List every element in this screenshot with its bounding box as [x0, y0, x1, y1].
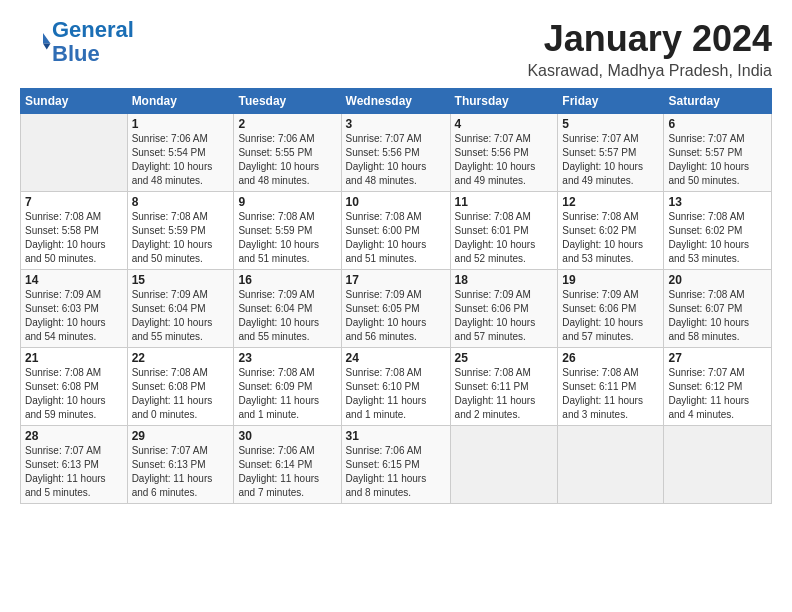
- calendar-header-row: Sunday Monday Tuesday Wednesday Thursday…: [21, 89, 772, 114]
- calendar-cell: 2Sunrise: 7:06 AM Sunset: 5:55 PM Daylig…: [234, 114, 341, 192]
- day-number: 10: [346, 195, 446, 209]
- day-number: 12: [562, 195, 659, 209]
- calendar-cell: 3Sunrise: 7:07 AM Sunset: 5:56 PM Daylig…: [341, 114, 450, 192]
- day-number: 22: [132, 351, 230, 365]
- day-info: Sunrise: 7:08 AM Sunset: 6:08 PM Dayligh…: [132, 366, 230, 422]
- calendar-cell: 5Sunrise: 7:07 AM Sunset: 5:57 PM Daylig…: [558, 114, 664, 192]
- logo-blue: Blue: [52, 42, 134, 66]
- calendar-cell: 22Sunrise: 7:08 AM Sunset: 6:08 PM Dayli…: [127, 348, 234, 426]
- location: Kasrawad, Madhya Pradesh, India: [527, 62, 772, 80]
- calendar-cell: 7Sunrise: 7:08 AM Sunset: 5:58 PM Daylig…: [21, 192, 128, 270]
- logo-text: General Blue: [52, 18, 134, 66]
- calendar-cell: 18Sunrise: 7:09 AM Sunset: 6:06 PM Dayli…: [450, 270, 558, 348]
- calendar: Sunday Monday Tuesday Wednesday Thursday…: [20, 88, 772, 504]
- calendar-cell: 15Sunrise: 7:09 AM Sunset: 6:04 PM Dayli…: [127, 270, 234, 348]
- day-info: Sunrise: 7:07 AM Sunset: 5:57 PM Dayligh…: [562, 132, 659, 188]
- title-block: January 2024 Kasrawad, Madhya Pradesh, I…: [527, 18, 772, 80]
- calendar-cell: 29Sunrise: 7:07 AM Sunset: 6:13 PM Dayli…: [127, 426, 234, 504]
- calendar-cell: 10Sunrise: 7:08 AM Sunset: 6:00 PM Dayli…: [341, 192, 450, 270]
- day-number: 8: [132, 195, 230, 209]
- calendar-cell: 14Sunrise: 7:09 AM Sunset: 6:03 PM Dayli…: [21, 270, 128, 348]
- logo-general: General: [52, 17, 134, 42]
- calendar-cell: 11Sunrise: 7:08 AM Sunset: 6:01 PM Dayli…: [450, 192, 558, 270]
- day-info: Sunrise: 7:08 AM Sunset: 6:00 PM Dayligh…: [346, 210, 446, 266]
- calendar-cell: 19Sunrise: 7:09 AM Sunset: 6:06 PM Dayli…: [558, 270, 664, 348]
- day-info: Sunrise: 7:06 AM Sunset: 6:15 PM Dayligh…: [346, 444, 446, 500]
- month-year: January 2024: [527, 18, 772, 60]
- day-number: 28: [25, 429, 123, 443]
- day-info: Sunrise: 7:08 AM Sunset: 5:58 PM Dayligh…: [25, 210, 123, 266]
- day-info: Sunrise: 7:07 AM Sunset: 5:57 PM Dayligh…: [668, 132, 767, 188]
- day-number: 7: [25, 195, 123, 209]
- svg-marker-1: [43, 44, 51, 50]
- day-number: 21: [25, 351, 123, 365]
- day-info: Sunrise: 7:07 AM Sunset: 6:12 PM Dayligh…: [668, 366, 767, 422]
- col-sunday: Sunday: [21, 89, 128, 114]
- day-number: 9: [238, 195, 336, 209]
- calendar-cell: 8Sunrise: 7:08 AM Sunset: 5:59 PM Daylig…: [127, 192, 234, 270]
- calendar-cell: 4Sunrise: 7:07 AM Sunset: 5:56 PM Daylig…: [450, 114, 558, 192]
- calendar-cell: 16Sunrise: 7:09 AM Sunset: 6:04 PM Dayli…: [234, 270, 341, 348]
- day-number: 1: [132, 117, 230, 131]
- day-info: Sunrise: 7:09 AM Sunset: 6:06 PM Dayligh…: [562, 288, 659, 344]
- calendar-cell: 13Sunrise: 7:08 AM Sunset: 6:02 PM Dayli…: [664, 192, 772, 270]
- calendar-week-3: 14Sunrise: 7:09 AM Sunset: 6:03 PM Dayli…: [21, 270, 772, 348]
- day-info: Sunrise: 7:08 AM Sunset: 6:11 PM Dayligh…: [562, 366, 659, 422]
- day-info: Sunrise: 7:09 AM Sunset: 6:04 PM Dayligh…: [132, 288, 230, 344]
- col-wednesday: Wednesday: [341, 89, 450, 114]
- calendar-cell: 30Sunrise: 7:06 AM Sunset: 6:14 PM Dayli…: [234, 426, 341, 504]
- day-info: Sunrise: 7:06 AM Sunset: 5:55 PM Dayligh…: [238, 132, 336, 188]
- day-number: 30: [238, 429, 336, 443]
- day-info: Sunrise: 7:07 AM Sunset: 5:56 PM Dayligh…: [346, 132, 446, 188]
- header: General Blue January 2024 Kasrawad, Madh…: [20, 18, 772, 80]
- day-info: Sunrise: 7:08 AM Sunset: 6:08 PM Dayligh…: [25, 366, 123, 422]
- day-number: 5: [562, 117, 659, 131]
- day-info: Sunrise: 7:08 AM Sunset: 6:02 PM Dayligh…: [668, 210, 767, 266]
- page: General Blue January 2024 Kasrawad, Madh…: [0, 0, 792, 514]
- day-number: 13: [668, 195, 767, 209]
- day-number: 25: [455, 351, 554, 365]
- calendar-week-4: 21Sunrise: 7:08 AM Sunset: 6:08 PM Dayli…: [21, 348, 772, 426]
- calendar-cell: 9Sunrise: 7:08 AM Sunset: 5:59 PM Daylig…: [234, 192, 341, 270]
- day-number: 4: [455, 117, 554, 131]
- calendar-week-1: 1Sunrise: 7:06 AM Sunset: 5:54 PM Daylig…: [21, 114, 772, 192]
- calendar-cell: 20Sunrise: 7:08 AM Sunset: 6:07 PM Dayli…: [664, 270, 772, 348]
- day-info: Sunrise: 7:06 AM Sunset: 6:14 PM Dayligh…: [238, 444, 336, 500]
- day-number: 23: [238, 351, 336, 365]
- logo-icon: [22, 27, 52, 57]
- day-info: Sunrise: 7:09 AM Sunset: 6:03 PM Dayligh…: [25, 288, 123, 344]
- day-info: Sunrise: 7:09 AM Sunset: 6:05 PM Dayligh…: [346, 288, 446, 344]
- calendar-cell: [450, 426, 558, 504]
- day-info: Sunrise: 7:06 AM Sunset: 5:54 PM Dayligh…: [132, 132, 230, 188]
- day-number: 20: [668, 273, 767, 287]
- day-number: 26: [562, 351, 659, 365]
- col-thursday: Thursday: [450, 89, 558, 114]
- calendar-cell: 12Sunrise: 7:08 AM Sunset: 6:02 PM Dayli…: [558, 192, 664, 270]
- day-number: 27: [668, 351, 767, 365]
- col-monday: Monday: [127, 89, 234, 114]
- day-number: 11: [455, 195, 554, 209]
- calendar-cell: [21, 114, 128, 192]
- calendar-cell: 21Sunrise: 7:08 AM Sunset: 6:08 PM Dayli…: [21, 348, 128, 426]
- calendar-cell: 25Sunrise: 7:08 AM Sunset: 6:11 PM Dayli…: [450, 348, 558, 426]
- calendar-cell: 26Sunrise: 7:08 AM Sunset: 6:11 PM Dayli…: [558, 348, 664, 426]
- calendar-cell: [558, 426, 664, 504]
- day-number: 2: [238, 117, 336, 131]
- day-number: 6: [668, 117, 767, 131]
- day-number: 19: [562, 273, 659, 287]
- day-number: 18: [455, 273, 554, 287]
- calendar-cell: 24Sunrise: 7:08 AM Sunset: 6:10 PM Dayli…: [341, 348, 450, 426]
- day-info: Sunrise: 7:08 AM Sunset: 6:07 PM Dayligh…: [668, 288, 767, 344]
- day-info: Sunrise: 7:09 AM Sunset: 6:04 PM Dayligh…: [238, 288, 336, 344]
- calendar-week-2: 7Sunrise: 7:08 AM Sunset: 5:58 PM Daylig…: [21, 192, 772, 270]
- logo: General Blue: [20, 18, 134, 66]
- day-number: 16: [238, 273, 336, 287]
- day-info: Sunrise: 7:08 AM Sunset: 5:59 PM Dayligh…: [132, 210, 230, 266]
- calendar-cell: 6Sunrise: 7:07 AM Sunset: 5:57 PM Daylig…: [664, 114, 772, 192]
- col-saturday: Saturday: [664, 89, 772, 114]
- day-info: Sunrise: 7:09 AM Sunset: 6:06 PM Dayligh…: [455, 288, 554, 344]
- calendar-week-5: 28Sunrise: 7:07 AM Sunset: 6:13 PM Dayli…: [21, 426, 772, 504]
- calendar-cell: 27Sunrise: 7:07 AM Sunset: 6:12 PM Dayli…: [664, 348, 772, 426]
- col-tuesday: Tuesday: [234, 89, 341, 114]
- svg-marker-0: [43, 33, 51, 44]
